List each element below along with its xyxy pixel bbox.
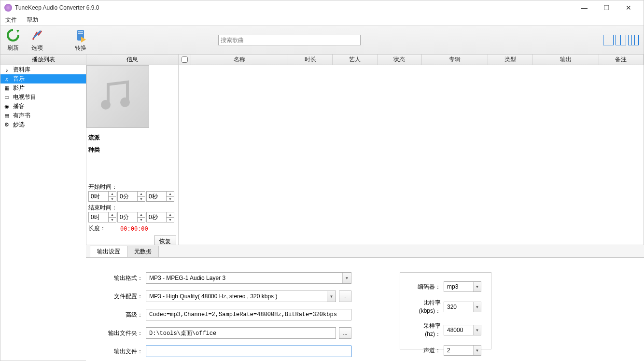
gear-icon: ⚙ — [3, 122, 10, 128]
music-icon: ♫ — [3, 76, 10, 83]
output-settings-content: 输出格式： MP3 - MPEG-1 Audio Layer 3▼ 文件配置： … — [86, 258, 644, 361]
options-icon — [29, 28, 45, 43]
refresh-icon — [5, 28, 21, 43]
podcast-icon: ◉ — [3, 103, 10, 110]
outfile-input[interactable] — [146, 346, 351, 357]
start-sec-spinner[interactable]: 0秒▲▼ — [146, 191, 174, 202]
convert-button[interactable]: 转换 — [73, 28, 88, 52]
close-button[interactable]: ✕ — [617, 0, 640, 15]
kind-label: 种类 — [88, 146, 176, 154]
convert-icon — [73, 28, 88, 43]
tab-metadata[interactable]: 元数据 — [127, 246, 159, 257]
format-label: 输出格式： — [105, 274, 143, 282]
menu-help[interactable]: 帮助 — [25, 15, 40, 25]
library-icon: ♪ — [3, 67, 10, 73]
channel-label: 声道： — [410, 347, 441, 355]
options-button[interactable]: 选项 — [29, 28, 45, 52]
col-artist[interactable]: 艺人 — [333, 55, 377, 65]
tab-output-settings[interactable]: 输出设置 — [90, 246, 127, 257]
layout-single-button[interactable] — [603, 35, 614, 45]
format-combo[interactable]: MP3 - MPEG-1 Audio Layer 3▼ — [146, 272, 351, 284]
bottom-panel: 输出设置 元数据 输出格式： MP3 - MPEG-1 Audio Layer … — [86, 245, 644, 361]
length-label: 长度： — [88, 224, 106, 233]
refresh-button[interactable]: 刷新 — [5, 28, 21, 52]
samplerate-combo[interactable]: 48000▼ — [444, 325, 481, 335]
start-min-spinner[interactable]: 0分▲▼ — [117, 191, 145, 202]
advanced-label: 高级： — [105, 311, 143, 319]
col-output[interactable]: 输出 — [532, 55, 599, 65]
sidebar-item-library[interactable]: ♪ 资料库 — [0, 65, 86, 74]
sidebar-item-music[interactable]: ♫ 音乐 — [0, 74, 86, 83]
layout-double-button[interactable] — [616, 35, 626, 45]
sidebar-item-genius[interactable]: ⚙ 妙选 — [0, 120, 86, 129]
profile-combo[interactable]: MP3 - High Quality( 48000 Hz, stereo , 3… — [146, 291, 336, 302]
col-checkbox[interactable] — [179, 55, 191, 65]
col-status[interactable]: 状态 — [378, 55, 422, 65]
menu-file[interactable]: 文件 — [3, 15, 19, 25]
codec-combo[interactable]: mp3▼ — [444, 281, 481, 292]
sidebar-item-podcast[interactable]: ◉ 播客 — [0, 102, 86, 111]
playlist-sidebar: 播放列表 ♪ 资料库 ♫ 音乐 ▦ 影片 ▭ 电视节目 ◉ 播客 ▤ 有声书 ⚙… — [0, 55, 86, 361]
chevron-down-icon: ▼ — [342, 273, 351, 283]
sidebar-item-tv[interactable]: ▭ 电视节目 — [0, 93, 86, 102]
samplerate-label: 采样率(hz)： — [410, 322, 441, 338]
sidebar-item-movie[interactable]: ▦ 影片 — [0, 83, 86, 93]
chevron-down-icon: ▼ — [473, 282, 481, 292]
bitrate-label: 比特率(kbps)： — [410, 299, 441, 315]
maximize-button[interactable]: ☐ — [595, 0, 617, 15]
album-art-placeholder — [86, 65, 149, 128]
menubar: 文件 帮助 — [0, 15, 644, 26]
chevron-down-icon: ▼ — [473, 302, 481, 312]
end-sec-spinner[interactable]: 0秒▲▼ — [146, 212, 174, 222]
window-title: TuneKeep Audio Converter 6.9.0 — [15, 4, 573, 11]
sidebar-item-audiobook[interactable]: ▤ 有声书 — [0, 111, 86, 120]
profile-remove-button[interactable]: - — [339, 291, 351, 302]
movie-icon: ▦ — [3, 85, 10, 92]
browse-button[interactable]: ... — [339, 327, 351, 339]
bitrate-combo[interactable]: 320▼ — [444, 302, 481, 312]
end-min-spinner[interactable]: 0分▲▼ — [117, 212, 145, 222]
codec-label: 编码器： — [410, 283, 441, 291]
chevron-down-icon: ▼ — [327, 291, 336, 302]
outfolder-label: 输出文件夹： — [105, 329, 143, 337]
start-time-label: 开始时间： — [88, 183, 176, 191]
profile-label: 文件配置： — [105, 292, 143, 301]
chevron-down-icon: ▼ — [473, 325, 481, 335]
start-hour-spinner[interactable]: 0时▲▼ — [88, 191, 116, 202]
col-duration[interactable]: 时长 — [288, 55, 333, 65]
layout-triple-button[interactable] — [628, 35, 639, 45]
titlebar: TuneKeep Audio Converter 6.9.0 — ☐ ✕ — [0, 0, 644, 15]
outfile-label: 输出文件： — [105, 347, 143, 356]
col-album[interactable]: 专辑 — [422, 55, 489, 65]
genre-label: 流派 — [88, 134, 176, 142]
encoder-settings: 编码器： mp3▼ 比特率(kbps)： 320▼ 采样率(hz)： 48000… — [400, 272, 491, 349]
advanced-input[interactable] — [146, 309, 351, 320]
search-input[interactable] — [218, 35, 361, 45]
svg-point-2 — [120, 97, 130, 107]
col-remark[interactable]: 备注 — [599, 55, 644, 65]
chevron-down-icon: ▼ — [473, 346, 481, 355]
col-name[interactable]: 名称 — [191, 55, 288, 65]
outfolder-input[interactable] — [146, 327, 336, 339]
tab-strip: 输出设置 元数据 — [86, 245, 644, 258]
tv-icon: ▭ — [3, 94, 10, 101]
minimize-button[interactable]: — — [573, 0, 595, 15]
info-header: 信息 — [86, 55, 178, 65]
col-type[interactable]: 类型 — [488, 55, 532, 65]
channel-combo[interactable]: 2▼ — [444, 345, 481, 356]
end-time-label: 结束时间： — [88, 204, 176, 212]
app-icon — [4, 4, 12, 12]
length-value: 00:00:00 — [120, 225, 148, 232]
toolbar: 刷新 选项 转换 — [0, 26, 644, 55]
end-hour-spinner[interactable]: 0时▲▼ — [88, 212, 116, 222]
playlist-header: 播放列表 — [0, 55, 86, 65]
tracklist-header: 名称 时长 艺人 状态 专辑 类型 输出 备注 — [179, 55, 644, 65]
select-all-checkbox[interactable] — [182, 56, 188, 63]
svg-point-1 — [101, 100, 111, 110]
audiobook-icon: ▤ — [3, 112, 10, 119]
